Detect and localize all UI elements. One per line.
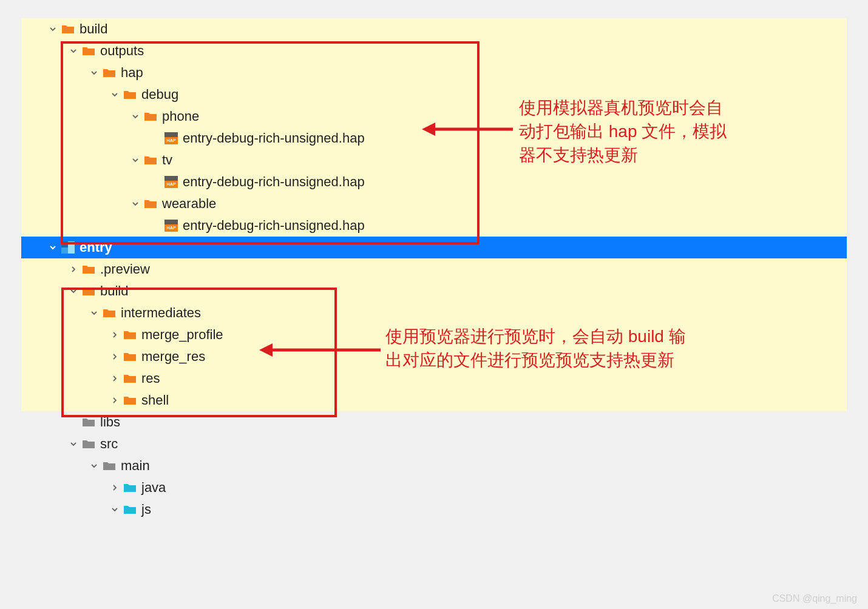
folder-icon <box>144 111 157 122</box>
folder-icon <box>123 395 137 406</box>
tree-row-hapfile[interactable]: entry-debug-rich-unsigned.hap <box>21 215 847 237</box>
watermark: CSDN @qing_ming <box>772 593 857 604</box>
chevron-right-icon[interactable] <box>110 374 120 383</box>
chevron-down-icon[interactable] <box>89 308 99 318</box>
folder-icon <box>103 67 116 78</box>
tree-row-entry-selected[interactable]: entry <box>21 237 847 258</box>
tree-row-hap[interactable]: hap <box>21 62 847 84</box>
folder-icon <box>82 264 95 275</box>
folder-label: js <box>141 502 151 517</box>
tree-row-shell[interactable]: shell <box>21 389 847 411</box>
chevron-down-icon[interactable] <box>48 243 58 252</box>
folder-icon <box>103 460 116 471</box>
chevron-down-icon[interactable] <box>69 46 78 56</box>
folder-label: merge_profile <box>141 327 223 343</box>
tree-row-libs[interactable]: libs <box>21 411 847 433</box>
hap-file-icon <box>164 176 178 188</box>
chevron-down-icon[interactable] <box>131 155 140 165</box>
file-label: entry-debug-rich-unsigned.hap <box>183 174 365 190</box>
folder-icon <box>144 198 157 209</box>
folder-icon <box>123 329 137 340</box>
folder-label: src <box>100 436 118 452</box>
folder-label: tv <box>162 152 172 168</box>
tree-row-build2[interactable]: build <box>21 280 847 302</box>
tree-row-src[interactable]: src <box>21 433 847 455</box>
folder-label: debug <box>141 87 178 103</box>
tree-row-hapfile[interactable]: entry-debug-rich-unsigned.hap <box>21 171 847 193</box>
chevron-down-icon[interactable] <box>131 112 140 121</box>
folder-label: phone <box>162 109 199 124</box>
chevron-down-icon[interactable] <box>69 286 78 296</box>
folder-label: .preview <box>100 261 150 277</box>
chevron-right-icon[interactable] <box>69 264 78 274</box>
chevron-down-icon[interactable] <box>131 199 140 209</box>
chevron-down-icon[interactable] <box>89 461 99 471</box>
folder-label: build <box>100 283 128 299</box>
folder-icon <box>123 482 137 493</box>
folder-label: java <box>141 480 166 496</box>
folder-icon <box>123 504 137 515</box>
chevron-right-icon[interactable] <box>110 352 120 362</box>
tree-row-build[interactable]: build <box>21 18 847 40</box>
hap-file-icon <box>164 132 178 144</box>
chevron-down-icon[interactable] <box>110 90 120 99</box>
chevron-down-icon[interactable] <box>48 24 58 34</box>
file-label: entry-debug-rich-unsigned.hap <box>183 130 365 146</box>
chevron-right-icon[interactable] <box>110 330 120 340</box>
chevron-down-icon[interactable] <box>69 439 78 449</box>
module-label: entry <box>80 240 112 255</box>
chevron-down-icon[interactable] <box>110 505 120 514</box>
folder-icon <box>144 155 157 166</box>
tree-row-js[interactable]: js <box>21 499 847 520</box>
tree-row-java[interactable]: java <box>21 477 847 499</box>
folder-icon <box>103 308 116 318</box>
file-label: entry-debug-rich-unsigned.hap <box>183 218 365 234</box>
tree-row-intermediates[interactable]: intermediates <box>21 302 847 324</box>
annotation-bottom: 使用预览器进行预览时，会自动 build 输出对应的文件进行预览预览支持热更新 <box>385 325 689 372</box>
folder-label: res <box>141 371 160 386</box>
annotation-top: 使用模拟器真机预览时会自动打包输出 hap 文件，模拟器不支持热更新 <box>519 96 737 167</box>
folder-icon <box>82 45 95 56</box>
tree-row-main[interactable]: main <box>21 455 847 477</box>
folder-icon <box>61 24 75 35</box>
folder-icon <box>82 286 95 297</box>
folder-label: intermediates <box>121 305 201 321</box>
folder-label: main <box>121 458 150 474</box>
folder-icon <box>82 439 95 449</box>
folder-label: wearable <box>162 196 216 212</box>
tree-row-preview[interactable]: .preview <box>21 258 847 280</box>
folder-icon <box>123 373 137 384</box>
module-icon <box>61 241 75 254</box>
chevron-right-icon[interactable] <box>110 483 120 493</box>
chevron-down-icon[interactable] <box>89 68 99 78</box>
chevron-right-icon[interactable] <box>110 395 120 405</box>
folder-label: build <box>80 21 107 37</box>
folder-label: hap <box>121 65 143 81</box>
folder-icon <box>123 351 137 362</box>
folder-icon <box>82 417 95 428</box>
folder-label: outputs <box>100 43 144 59</box>
folder-icon <box>123 89 137 100</box>
folder-label: libs <box>100 414 120 430</box>
folder-label: shell <box>141 392 169 408</box>
tree-row-outputs[interactable]: outputs <box>21 40 847 62</box>
tree-row-wearable[interactable]: wearable <box>21 193 847 215</box>
folder-label: merge_res <box>141 349 205 365</box>
hap-file-icon <box>164 220 178 232</box>
